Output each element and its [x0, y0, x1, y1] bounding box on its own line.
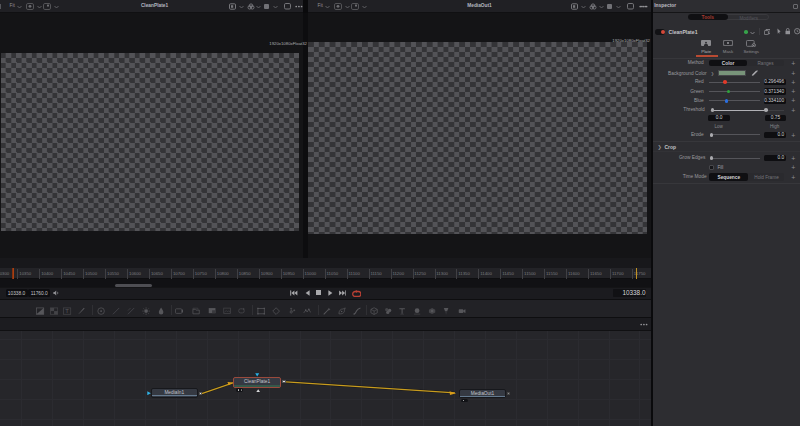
svg-text:T: T — [66, 308, 70, 314]
